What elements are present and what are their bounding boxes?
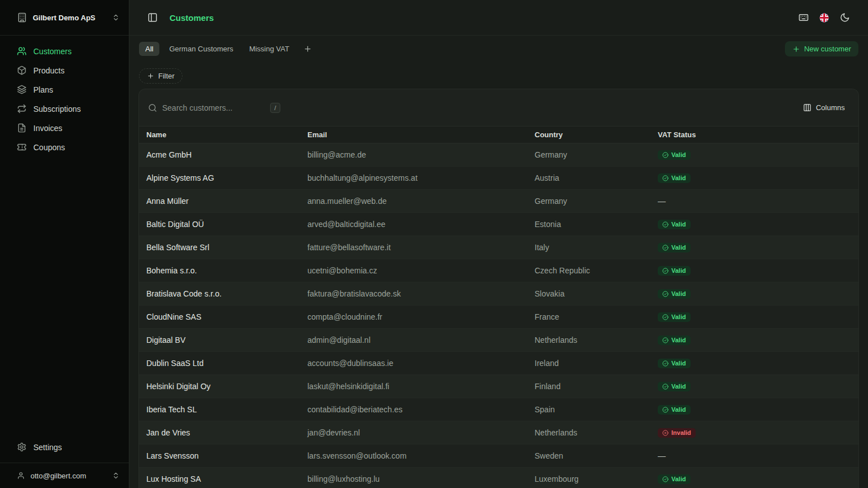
file-icon bbox=[17, 123, 27, 133]
vat-badge-label: Valid bbox=[671, 314, 686, 320]
cell-name: Alpine Systems AG bbox=[139, 167, 300, 190]
cell-email: lars.svensson@outlook.com bbox=[300, 445, 527, 468]
cell-name: Jan de Vries bbox=[139, 421, 300, 445]
tab-all[interactable]: All bbox=[139, 42, 159, 56]
filter-label: Filter bbox=[158, 72, 175, 80]
cell-vat-status: — bbox=[650, 190, 858, 213]
cell-country: Netherlands bbox=[527, 329, 650, 352]
new-customer-button[interactable]: New customer bbox=[785, 41, 858, 56]
vat-badge-valid: Valid bbox=[658, 382, 691, 391]
table-row[interactable]: Bella Software Srl fatture@bellasoftware… bbox=[139, 236, 858, 259]
tab-german-customers[interactable]: German Customers bbox=[163, 42, 239, 56]
table-row[interactable]: Digitaal BV admin@digitaal.nl Netherland… bbox=[139, 329, 858, 352]
sidebar-item-plans[interactable]: Plans bbox=[8, 81, 121, 98]
table-row[interactable]: Helsinki Digital Oy laskut@helsinkidigit… bbox=[139, 375, 858, 398]
filter-button[interactable]: Filter bbox=[139, 68, 183, 84]
cell-email: ucetni@bohemia.cz bbox=[300, 259, 527, 282]
cell-name: Acme GmbH bbox=[139, 143, 300, 167]
cell-vat-status: Valid bbox=[650, 259, 858, 282]
column-header-email: Email bbox=[300, 127, 527, 143]
sidebar-item-subscriptions[interactable]: Subscriptions bbox=[8, 100, 121, 117]
check-circle-icon bbox=[662, 175, 669, 181]
table-row[interactable]: CloudNine SAS compta@cloudnine.fr France… bbox=[139, 306, 858, 329]
check-circle-icon bbox=[662, 245, 669, 251]
language-button[interactable] bbox=[819, 13, 829, 23]
cell-email: jan@devries.nl bbox=[300, 421, 527, 445]
check-circle-icon bbox=[662, 407, 669, 413]
table-row[interactable]: Alpine Systems AG buchhaltung@alpinesyst… bbox=[139, 167, 858, 190]
cell-country: Czech Republic bbox=[527, 259, 650, 282]
sidebar-item-products[interactable]: Products bbox=[8, 62, 121, 79]
add-tab-button[interactable] bbox=[301, 42, 314, 55]
sidebar-toggle-button[interactable] bbox=[147, 12, 158, 23]
x-circle-icon bbox=[662, 430, 669, 436]
cell-country: Germany bbox=[527, 190, 650, 213]
vat-badge-valid: Valid bbox=[658, 312, 691, 322]
cell-name: Lars Svensson bbox=[139, 445, 300, 468]
box-icon bbox=[17, 66, 27, 75]
vat-badge-valid: Valid bbox=[658, 336, 691, 345]
chevrons-up-down-icon bbox=[112, 472, 120, 480]
vat-badge-invalid: Invalid bbox=[658, 428, 696, 438]
cell-country: Austria bbox=[527, 167, 650, 190]
page-title: Customers bbox=[170, 13, 214, 23]
table-header: NameEmailCountryVAT Status bbox=[139, 127, 858, 143]
vat-badge-valid: Valid bbox=[658, 266, 691, 276]
table-row[interactable]: Jan de Vries jan@devries.nl Netherlands … bbox=[139, 421, 858, 445]
main-area: Customers AllGerman CustomersMissing VAT bbox=[129, 0, 868, 488]
vat-badge-valid: Valid bbox=[658, 220, 691, 229]
search-input[interactable] bbox=[162, 103, 265, 112]
cell-vat-status: Valid bbox=[650, 213, 858, 236]
vat-badge-valid: Valid bbox=[658, 289, 691, 299]
check-circle-icon bbox=[662, 268, 669, 274]
cell-name: Bohemia s.r.o. bbox=[139, 259, 300, 282]
table-toolbar: / Columns bbox=[139, 89, 858, 126]
columns-button[interactable]: Columns bbox=[798, 100, 849, 115]
tab-missing-vat[interactable]: Missing VAT bbox=[243, 42, 296, 56]
vat-badge-label: Valid bbox=[671, 291, 686, 297]
sidebar-item-invoices[interactable]: Invoices bbox=[8, 119, 121, 137]
account-selector[interactable]: otto@gilbert.com bbox=[0, 463, 129, 488]
sidebar-item-coupons[interactable]: Coupons bbox=[8, 138, 121, 156]
cell-country: Italy bbox=[527, 236, 650, 259]
table-row[interactable]: Lars Svensson lars.svensson@outlook.com … bbox=[139, 445, 858, 468]
vat-status-none: — bbox=[658, 451, 666, 460]
table-row[interactable]: Dublin SaaS Ltd accounts@dublinsaas.ie I… bbox=[139, 352, 858, 375]
table-row[interactable]: Baltic Digital OÜ arved@balticdigital.ee… bbox=[139, 213, 858, 236]
cell-country: Ireland bbox=[527, 352, 650, 375]
table-row[interactable]: Bratislava Code s.r.o. faktura@bratislav… bbox=[139, 282, 858, 306]
cell-email: accounts@dublinsaas.ie bbox=[300, 352, 527, 375]
cell-email: arved@balticdigital.ee bbox=[300, 213, 527, 236]
column-header-vat-status: VAT Status bbox=[650, 127, 858, 143]
cell-country: France bbox=[527, 306, 650, 329]
cell-email: fatture@bellasoftware.it bbox=[300, 236, 527, 259]
cell-vat-status: Valid bbox=[650, 236, 858, 259]
columns-label: Columns bbox=[816, 103, 845, 112]
keyboard-shortcuts-button[interactable] bbox=[798, 12, 809, 23]
cell-name: Bella Software Srl bbox=[139, 236, 300, 259]
cell-vat-status: Invalid bbox=[650, 421, 858, 445]
theme-toggle-button[interactable] bbox=[840, 12, 850, 23]
cell-country: Germany bbox=[527, 143, 650, 167]
sidebar-item-customers[interactable]: Customers bbox=[8, 42, 121, 60]
org-selector[interactable]: Gilbert Demo ApS bbox=[0, 0, 129, 36]
cell-email: billing@acme.de bbox=[300, 143, 527, 167]
table-row[interactable]: Bohemia s.r.o. ucetni@bohemia.cz Czech R… bbox=[139, 259, 858, 282]
vat-badge-valid: Valid bbox=[658, 173, 691, 183]
sidebar-item-settings[interactable]: Settings bbox=[8, 438, 121, 456]
cell-country: Spain bbox=[527, 398, 650, 421]
table-row[interactable]: Iberia Tech SL contabilidad@iberiatech.e… bbox=[139, 398, 858, 421]
columns-icon bbox=[803, 103, 811, 112]
cell-vat-status: Valid bbox=[650, 306, 858, 329]
keyboard-icon bbox=[798, 12, 809, 23]
check-circle-icon bbox=[662, 384, 669, 390]
table-row[interactable]: Acme GmbH billing@acme.de Germany Valid bbox=[139, 143, 858, 167]
table-row[interactable]: Lux Hosting SA billing@luxhosting.lu Lux… bbox=[139, 468, 858, 488]
table-row[interactable]: Anna Müller anna.mueller@web.de Germany … bbox=[139, 190, 858, 213]
cell-vat-status: Valid bbox=[650, 143, 858, 167]
cell-vat-status: Valid bbox=[650, 375, 858, 398]
building-icon bbox=[17, 12, 27, 23]
vat-badge-label: Valid bbox=[671, 337, 686, 343]
tabs-row: AllGerman CustomersMissing VAT New custo… bbox=[129, 36, 868, 56]
cell-vat-status: Valid bbox=[650, 398, 858, 421]
